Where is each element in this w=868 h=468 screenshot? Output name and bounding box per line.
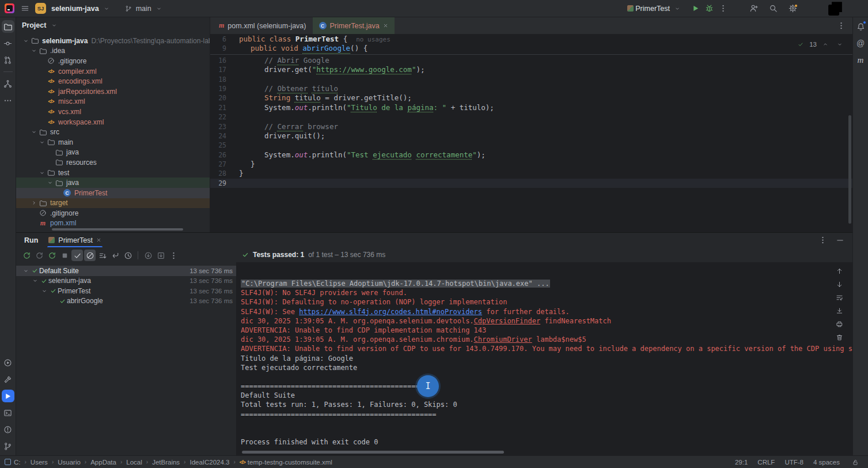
project-tree-item--idea[interactable]: .idea — [16, 46, 210, 56]
run-tool-icon[interactable] — [2, 390, 14, 402]
project-tree-item-jarrepositories-xml[interactable]: </>jarRepositories.xml — [16, 86, 210, 97]
terminal-tool-icon[interactable] — [2, 406, 14, 419]
project-tool-icon[interactable] — [2, 20, 14, 33]
problems-tool-icon[interactable] — [2, 423, 14, 436]
project-tree-item-java[interactable]: java — [16, 148, 210, 158]
ai-assistant-icon[interactable]: @ — [854, 37, 867, 50]
project-tree-item-pom-xml[interactable]: mpom.xml — [16, 218, 210, 229]
more-actions-icon[interactable] — [717, 3, 729, 14]
code-line-6[interactable]: 6public class PrimerTest { no usages — [210, 35, 852, 44]
project-tree-item-compiler-xml[interactable]: </>compiler.xml — [16, 66, 210, 77]
print-console-icon[interactable] — [834, 319, 844, 329]
code-line-28[interactable]: 28} — [210, 169, 852, 178]
close-window-icon[interactable] — [846, 0, 868, 17]
structure-tool-icon[interactable] — [2, 77, 14, 90]
code-line-25[interactable]: 25 — [210, 141, 852, 150]
settings-icon[interactable] — [787, 3, 798, 14]
console-output[interactable]: "C:\Program Files\Eclipse Adoptium\jdk-1… — [236, 262, 852, 455]
tree-chevron-icon[interactable] — [31, 278, 39, 284]
debug-button[interactable] — [703, 3, 715, 14]
stop-process-icon[interactable] — [59, 250, 70, 261]
tab-primertest-java[interactable]: C PrimerTest.java — [313, 17, 395, 34]
breadcrumb-item[interactable]: Users — [31, 459, 48, 466]
code-line-9[interactable]: 9public void abrirGoogle() { — [210, 44, 852, 53]
editor-more-icon[interactable] — [835, 20, 847, 32]
commit-tool-icon[interactable] — [2, 37, 14, 50]
breadcrumb-item[interactable]: Local — [126, 459, 142, 466]
pull-requests-tool-icon[interactable] — [2, 54, 14, 66]
minimize-window-icon[interactable] — [802, 0, 824, 17]
file-encoding[interactable]: UTF-8 — [784, 459, 803, 466]
build-tool-icon[interactable] — [2, 373, 14, 386]
breadcrumb-file[interactable]: </>temp-testng-customsuite.xml — [240, 459, 332, 466]
run-button[interactable] — [689, 3, 701, 14]
drive-crumb[interactable]: C: — [5, 459, 21, 466]
breadcrumb-item[interactable]: JetBrains — [152, 459, 180, 466]
project-tree-item--gitignore[interactable]: .gitignore — [16, 208, 210, 218]
toggle-auto-test-icon[interactable] — [46, 250, 58, 261]
tree-chevron-icon[interactable] — [38, 139, 46, 145]
editor-scrollbar[interactable] — [848, 115, 851, 224]
tree-chevron-icon[interactable] — [40, 288, 48, 294]
tree-chevron-icon[interactable] — [38, 170, 46, 176]
project-tree-item-encodings-xml[interactable]: </>encodings.xml — [16, 76, 210, 86]
test-tree-item-primertest[interactable]: PrimerTest13 sec 736 ms — [16, 286, 236, 296]
project-horizontal-scrollbar[interactable] — [52, 228, 183, 231]
test-tree-item-selenium-java[interactable]: selenium-java13 sec 736 ms — [16, 276, 236, 286]
project-panel-title[interactable]: Project — [22, 21, 46, 29]
scroll-to-end-icon[interactable] — [834, 305, 844, 316]
code-line-18[interactable]: 18 — [210, 75, 852, 84]
breadcrumb-item[interactable]: IdeaIC2024.3 — [189, 459, 229, 466]
chevron-down-icon[interactable] — [48, 20, 60, 31]
clear-console-icon[interactable] — [834, 332, 844, 342]
main-menu-icon[interactable] — [19, 3, 31, 14]
test-more-options-icon[interactable] — [168, 250, 179, 261]
project-widget[interactable]: selenium-java — [48, 1, 115, 16]
project-tree-item--gitignore[interactable]: .gitignore — [16, 56, 210, 66]
code-editor[interactable]: 6public class PrimerTest { no usages9pub… — [210, 35, 852, 232]
project-tree-item-misc-xml[interactable]: </>misc.xml — [16, 97, 210, 107]
services-tool-icon[interactable] — [2, 356, 14, 369]
console-link[interactable]: https://www.slf4j.org/codes.html#noProvi… — [299, 308, 482, 316]
code-line-16[interactable]: 16// Abrir Google — [210, 56, 852, 65]
run-tab-primertest[interactable]: PrimerTest — [47, 233, 103, 247]
rerun-tests-icon[interactable] — [21, 250, 32, 261]
test-tree-item-abrirgoogle[interactable]: abrirGoogle13 sec 736 ms — [16, 296, 236, 307]
line-separator[interactable]: CRLF — [757, 459, 775, 466]
search-everywhere-icon[interactable] — [767, 3, 779, 14]
project-tree-item-primertest[interactable]: CPrimerTest — [16, 188, 210, 198]
import-test-results-icon[interactable] — [142, 250, 154, 261]
tree-chevron-icon[interactable] — [30, 48, 38, 54]
project-tree-item-src[interactable]: src — [16, 127, 210, 137]
test-tree-item-default-suite[interactable]: Default Suite13 sec 736 ms — [16, 266, 236, 276]
code-line-24[interactable]: 24driver.quit(); — [210, 131, 852, 141]
more-tool-windows-icon[interactable] — [2, 94, 14, 107]
close-tab-icon[interactable] — [383, 23, 388, 28]
breadcrumb-item[interactable]: AppData — [90, 459, 116, 466]
export-test-results-icon[interactable] — [155, 250, 166, 261]
maven-tool-icon[interactable]: m — [854, 54, 867, 66]
project-tree-item-workspace-xml[interactable]: </>workspace.xml — [16, 117, 210, 127]
code-line-22[interactable]: 22 — [210, 112, 852, 122]
code-line-29[interactable]: 29 — [210, 179, 852, 188]
tree-chevron-icon[interactable] — [22, 38, 30, 44]
lock-open-icon[interactable] — [850, 456, 861, 468]
code-line-23[interactable]: 23// Cerrar browser — [210, 122, 852, 131]
code-line-21[interactable]: 21System.out.println("Titulo de la págin… — [210, 103, 852, 112]
project-tree-item-main[interactable]: main — [16, 137, 210, 148]
project-tree-item-resources[interactable]: resources — [16, 157, 210, 168]
caret-position[interactable]: 29:1 — [735, 459, 748, 466]
project-tree-item-selenium-java[interactable]: selenium-javaD:\Proyectos\Testing\qa-aut… — [16, 36, 210, 46]
code-line-17[interactable]: 17driver.get("https://www.google.com"); — [210, 65, 852, 74]
run-panel-options-icon[interactable] — [817, 235, 828, 246]
soft-wrap-icon[interactable] — [834, 292, 844, 303]
previous-occurrence-icon[interactable] — [834, 266, 844, 276]
breadcrumb-item[interactable]: Usuario — [58, 459, 81, 466]
notifications-icon[interactable] — [854, 20, 867, 33]
sort-by-duration-icon[interactable] — [122, 250, 134, 261]
vcs-branch-widget[interactable]: main — [120, 1, 168, 16]
inspections-widget[interactable]: 13 — [795, 39, 846, 50]
tree-chevron-icon[interactable] — [46, 180, 54, 186]
tree-chevron-icon[interactable] — [22, 268, 30, 274]
tab-pom-xml[interactable]: m pom.xml (selenium-java) — [213, 17, 313, 34]
